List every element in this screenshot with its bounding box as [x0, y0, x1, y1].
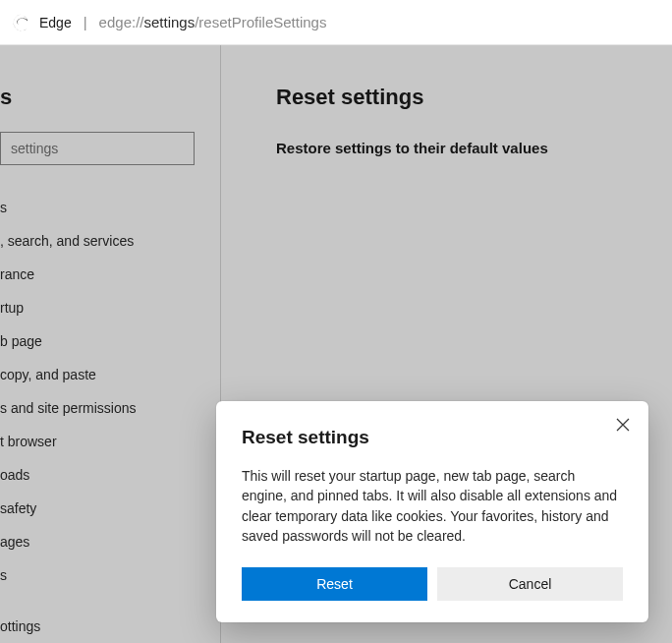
- sidebar-item[interactable]: s: [0, 191, 220, 224]
- sidebar-title: s: [0, 85, 220, 110]
- close-button[interactable]: [609, 413, 637, 440]
- site-identity: Edge: [12, 13, 72, 32]
- search-settings-input[interactable]: [11, 141, 184, 156]
- sidebar-item[interactable]: rance: [0, 258, 220, 291]
- sidebar-item[interactable]: ottings: [0, 610, 220, 643]
- sidebar-item[interactable]: [0, 592, 220, 610]
- sidebar-item[interactable]: ages: [0, 525, 220, 558]
- url-text[interactable]: edge://settings/resetProfileSettings: [99, 14, 327, 30]
- edge-icon: [12, 13, 31, 32]
- sidebar-item[interactable]: oads: [0, 458, 220, 492]
- dialog-body: This will reset your startup page, new t…: [242, 466, 623, 546]
- sidebar-item[interactable]: , search, and services: [0, 224, 220, 258]
- sidebar-item[interactable]: b page: [0, 324, 220, 358]
- page-subheading: Restore settings to their default values: [276, 140, 672, 156]
- sidebar-item[interactable]: rtup: [0, 291, 220, 324]
- page-title: Reset settings: [276, 85, 672, 110]
- sidebar-item[interactable]: s: [0, 558, 220, 592]
- sidebar-item[interactable]: t browser: [0, 425, 220, 458]
- cancel-button[interactable]: Cancel: [437, 567, 623, 601]
- dialog-buttons: Reset Cancel: [242, 567, 623, 601]
- address-separator: |: [84, 14, 87, 30]
- reset-button[interactable]: Reset: [242, 567, 427, 601]
- settings-sidebar: s s , search, and services rance rtup b …: [0, 45, 221, 643]
- settings-nav-list: s , search, and services rance rtup b pa…: [0, 191, 220, 643]
- sidebar-item[interactable]: s and site permissions: [0, 391, 220, 425]
- dialog-title: Reset settings: [242, 427, 623, 448]
- reset-settings-dialog: Reset settings This will reset your star…: [216, 401, 648, 622]
- site-label: Edge: [39, 15, 72, 30]
- address-bar[interactable]: Edge | edge://settings/resetProfileSetti…: [0, 0, 672, 45]
- sidebar-item[interactable]: copy, and paste: [0, 358, 220, 391]
- sidebar-item[interactable]: safety: [0, 492, 220, 525]
- close-icon: [616, 418, 630, 436]
- search-settings-box[interactable]: [0, 132, 195, 165]
